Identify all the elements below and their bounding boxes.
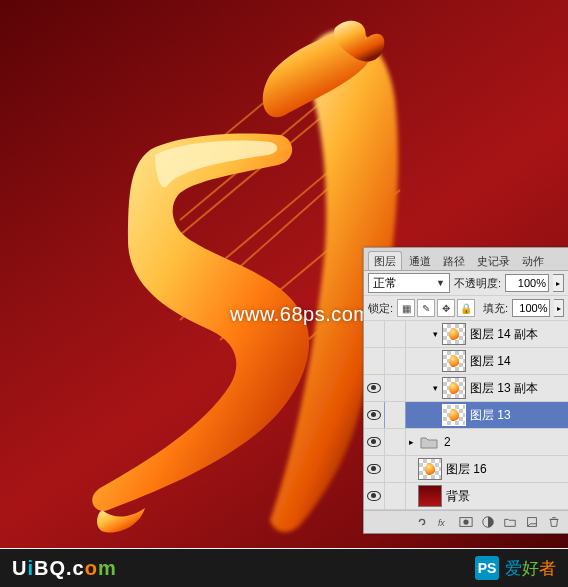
layer-row[interactable]: ▾图层 14 副本 [364,321,568,348]
stamp-text: 爱好者 [505,557,556,580]
layer-row[interactable]: 图层 16 [364,456,568,483]
fill-input[interactable]: 100% [512,299,550,317]
lock-pixels-icon[interactable]: ✎ [417,299,435,317]
tab-layers[interactable]: 图层 [368,251,402,271]
tab-history[interactable]: 史记录 [472,252,515,271]
adjustment-layer-icon[interactable] [480,514,496,530]
layer-row[interactable]: ▸2 [364,429,568,456]
fill-stepper[interactable]: ▸ [554,299,564,317]
layer-name: 图层 13 副本 [470,380,568,397]
layer-name: 背景 [446,488,568,505]
visibility-toggle[interactable] [364,429,385,455]
tab-actions[interactable]: 动作 [517,252,549,271]
visibility-toggle[interactable] [364,402,385,428]
new-layer-icon[interactable] [524,514,540,530]
blend-mode-value: 正常 [373,275,397,292]
layer-row[interactable]: 图层 14 [364,348,568,375]
layer-name: 图层 14 副本 [470,326,568,343]
chevron-down-icon: ▼ [436,278,445,288]
new-group-icon[interactable] [502,514,518,530]
layers-panel: 图层 通道 路径 史记录 动作 正常 ▼ 不透明度: 100% ▸ 锁定: ▦ … [363,247,568,534]
link-layers-icon[interactable] [414,514,430,530]
link-col [385,402,406,428]
lock-label: 锁定: [368,301,393,316]
layer-thumbnail [418,458,442,480]
site-bar: UiBQ.com PS 爱好者 [0,549,568,587]
svg-text:fx: fx [438,518,445,528]
stamp-badge: PS [475,556,499,580]
eye-icon [367,437,381,447]
layer-name: 2 [444,435,568,449]
layer-row[interactable]: ▾图层 13 副本 [364,375,568,402]
visibility-toggle[interactable] [364,483,385,509]
link-col [385,456,406,482]
lock-position-icon[interactable]: ✥ [437,299,455,317]
opacity-stepper[interactable]: ▸ [553,274,564,292]
eye-icon [367,410,381,420]
link-col [385,348,406,374]
fill-label: 填充: [483,301,508,316]
lock-transparency-icon[interactable]: ▦ [397,299,415,317]
lock-all-icon[interactable]: 🔒 [457,299,475,317]
visibility-toggle[interactable] [364,348,385,374]
eye-icon [367,491,381,501]
link-col [385,375,406,401]
site-stamp: PS 爱好者 [475,556,556,580]
layer-thumbnail [442,350,466,372]
eye-icon [367,464,381,474]
tab-channels[interactable]: 通道 [404,252,436,271]
layer-name: 图层 13 [470,407,568,424]
link-col [385,321,406,347]
opacity-input[interactable]: 100% [505,274,549,292]
link-col [385,429,406,455]
svg-point-9 [463,519,468,524]
layer-row[interactable]: 背景 [364,483,568,510]
visibility-toggle[interactable] [364,321,385,347]
delete-layer-icon[interactable] [546,514,562,530]
layer-thumbnail [418,432,440,452]
visibility-toggle[interactable] [364,456,385,482]
layer-thumbnail [442,323,466,345]
layer-fx-icon[interactable]: fx [436,514,452,530]
opacity-label: 不透明度: [454,276,501,291]
twisty-icon[interactable]: ▾ [430,383,440,393]
tab-paths[interactable]: 路径 [438,252,470,271]
layer-name: 图层 16 [446,461,568,478]
layer-row[interactable]: 图层 13 [364,402,568,429]
site-logo: UiBQ.com [12,557,117,580]
layer-thumbnail [442,404,466,426]
layer-name: 图层 14 [470,353,568,370]
visibility-toggle[interactable] [364,375,385,401]
panel-footer: fx [364,510,568,533]
layer-thumbnail [442,377,466,399]
blend-mode-select[interactable]: 正常 ▼ [368,273,450,293]
twisty-icon[interactable]: ▸ [406,437,416,447]
layer-mask-icon[interactable] [458,514,474,530]
link-col [385,483,406,509]
layers-list: ▾图层 14 副本图层 14▾图层 13 副本图层 13▸2图层 16背景 [364,321,568,510]
eye-icon [367,383,381,393]
twisty-icon[interactable]: ▾ [430,329,440,339]
panel-tab-strip: 图层 通道 路径 史记录 动作 [364,248,568,271]
layer-thumbnail [418,485,442,507]
